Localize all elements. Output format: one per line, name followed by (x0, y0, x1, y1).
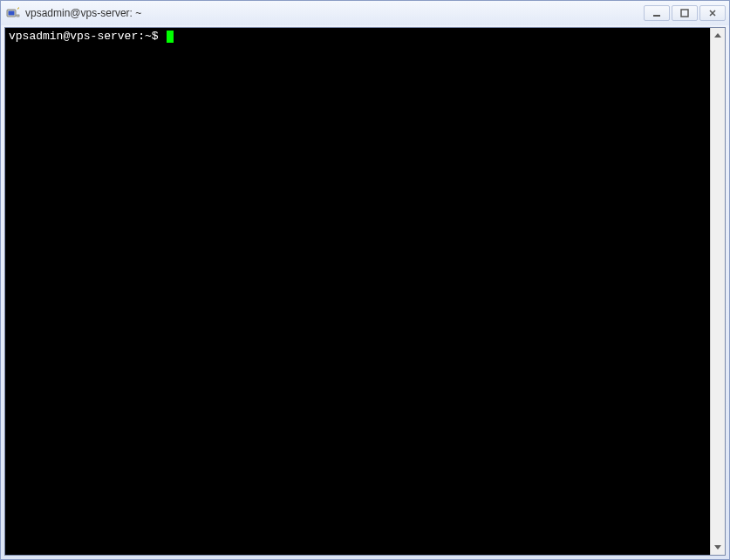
minimize-button[interactable] (644, 5, 670, 21)
svg-rect-4 (681, 10, 688, 17)
svg-rect-2 (17, 15, 19, 17)
titlebar[interactable]: vpsadmin@vps-server: ~ (1, 1, 729, 25)
scroll-up-button[interactable] (711, 28, 725, 43)
app-window: vpsadmin@vps-server: ~ vpsadmin@vps-serv… (0, 0, 730, 560)
vertical-scrollbar[interactable] (710, 28, 725, 555)
scroll-track[interactable] (711, 43, 725, 540)
terminal-cursor (167, 31, 174, 43)
svg-rect-3 (653, 15, 660, 17)
client-area: vpsadmin@vps-server:~$ (4, 27, 726, 556)
terminal[interactable]: vpsadmin@vps-server:~$ (5, 28, 710, 555)
close-button[interactable] (699, 5, 726, 21)
chevron-up-icon (714, 33, 721, 38)
maximize-button[interactable] (672, 5, 698, 21)
scroll-down-button[interactable] (711, 540, 725, 555)
window-controls (642, 5, 726, 21)
window-title: vpsadmin@vps-server: ~ (25, 7, 642, 19)
chevron-down-icon (714, 545, 721, 550)
shell-prompt: vpsadmin@vps-server:~$ (9, 30, 165, 43)
svg-rect-1 (9, 11, 15, 16)
putty-icon (6, 6, 20, 20)
